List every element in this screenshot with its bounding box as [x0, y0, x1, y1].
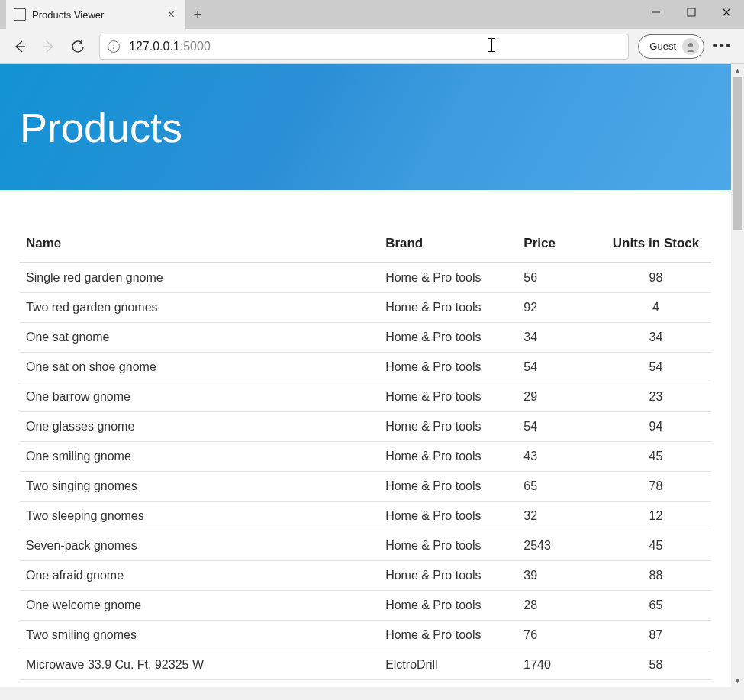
text-cursor: [491, 38, 492, 52]
url-port: :5000: [180, 40, 211, 53]
cell-brand: ElctroDrill: [379, 650, 517, 680]
url-host: 127.0.0.1: [129, 40, 180, 53]
close-window-button[interactable]: [709, 0, 744, 24]
cell-name: One smiling gnome: [20, 442, 379, 472]
cell-brand: Home & Pro tools: [379, 412, 517, 442]
cell-stock: 54: [601, 353, 711, 382]
cell-price: 43: [517, 442, 601, 472]
cell-stock: 87: [601, 621, 711, 650]
col-name: Name: [20, 228, 379, 263]
products-table: Name Brand Price Units in Stock Single r…: [20, 228, 711, 680]
minimize-button[interactable]: [639, 0, 674, 24]
cell-brand: Home & Pro tools: [379, 382, 517, 412]
cell-price: 54: [517, 412, 601, 442]
cell-name: Single red garden gnome: [20, 263, 379, 293]
cell-price: 28: [517, 591, 601, 621]
cell-name: One welcome gnome: [20, 591, 379, 621]
scroll-corner: [731, 687, 744, 700]
cell-name: One barrow gnome: [20, 382, 379, 412]
browser-tab[interactable]: Products Viewer ×: [6, 0, 185, 29]
cell-stock: 12: [601, 502, 711, 531]
cell-price: 29: [517, 382, 601, 412]
page-hero: Products: [0, 64, 731, 190]
site-info-icon[interactable]: i: [108, 40, 120, 53]
col-stock: Units in Stock: [601, 228, 711, 263]
window-controls: [639, 0, 744, 24]
maximize-button[interactable]: [674, 0, 709, 24]
table-header-row: Name Brand Price Units in Stock: [20, 228, 711, 263]
close-tab-icon[interactable]: ×: [165, 8, 178, 21]
cell-name: One sat gnome: [20, 323, 379, 353]
table-row: One afraid gnomeHome & Pro tools3988: [20, 561, 711, 591]
cell-brand: Home & Pro tools: [379, 323, 517, 353]
cell-stock: 4: [601, 293, 711, 323]
scroll-up-arrow[interactable]: ▲: [731, 64, 744, 77]
table-row: Two singing gnomesHome & Pro tools6578: [20, 472, 711, 502]
svg-rect-1: [688, 8, 695, 16]
cell-price: 92: [517, 293, 601, 323]
cell-price: 56: [517, 263, 601, 293]
refresh-button[interactable]: [66, 34, 90, 59]
cell-price: 32: [517, 502, 601, 531]
table-container: Name Brand Price Units in Stock Single r…: [0, 190, 731, 680]
cell-brand: Home & Pro tools: [379, 591, 517, 621]
window-titlebar: Products Viewer × +: [0, 0, 744, 29]
cell-price: 39: [517, 561, 601, 591]
address-bar[interactable]: i 127.0.0.1:5000: [99, 34, 629, 60]
table-row: One welcome gnomeHome & Pro tools2865: [20, 591, 711, 621]
url-text: 127.0.0.1:5000: [129, 40, 211, 53]
cell-price: 65: [517, 472, 601, 502]
cell-name: One glasses gnome: [20, 412, 379, 442]
cell-stock: 94: [601, 412, 711, 442]
table-row: One barrow gnomeHome & Pro tools2923: [20, 382, 711, 412]
table-row: One sat on shoe gnomeHome & Pro tools545…: [20, 353, 711, 382]
browser-toolbar: i 127.0.0.1:5000 Guest •••: [0, 29, 744, 64]
cell-price: 76: [517, 621, 601, 650]
scroll-thumb[interactable]: [733, 77, 742, 230]
cell-stock: 45: [601, 531, 711, 561]
table-row: Two red garden gnomesHome & Pro tools924: [20, 293, 711, 323]
col-price: Price: [517, 228, 601, 263]
cell-brand: Home & Pro tools: [379, 263, 517, 293]
vertical-scrollbar[interactable]: ▲ ▼: [731, 64, 744, 687]
cell-stock: 98: [601, 263, 711, 293]
table-row: Two sleeping gnomesHome & Pro tools3212: [20, 502, 711, 531]
cell-brand: Home & Pro tools: [379, 472, 517, 502]
table-row: Single red garden gnomeHome & Pro tools5…: [20, 263, 711, 293]
more-menu-button[interactable]: •••: [709, 34, 736, 59]
cell-name: One sat on shoe gnome: [20, 353, 379, 382]
back-button[interactable]: [8, 34, 32, 59]
profile-button[interactable]: Guest: [638, 34, 704, 59]
cell-stock: 45: [601, 442, 711, 472]
cell-brand: Home & Pro tools: [379, 531, 517, 561]
page-icon: [14, 8, 26, 21]
cell-stock: 65: [601, 591, 711, 621]
cell-price: 1740: [517, 650, 601, 680]
cell-name: Two sleeping gnomes: [20, 502, 379, 531]
page-viewport: Products Name Brand Price Units in Stock…: [0, 64, 744, 700]
scroll-down-arrow[interactable]: ▼: [731, 674, 744, 687]
cell-stock: 23: [601, 382, 711, 412]
cell-stock: 58: [601, 650, 711, 680]
cell-brand: Home & Pro tools: [379, 293, 517, 323]
cell-name: Seven-pack gnomes: [20, 531, 379, 561]
forward-button[interactable]: [37, 34, 61, 59]
cell-name: Two red garden gnomes: [20, 293, 379, 323]
cell-price: 2543: [517, 531, 601, 561]
cell-name: Microwave 33.9 Cu. Ft. 92325 W: [20, 650, 379, 680]
tab-title: Products Viewer: [32, 9, 165, 21]
cell-brand: Home & Pro tools: [379, 502, 517, 531]
cell-brand: Home & Pro tools: [379, 621, 517, 650]
cell-price: 54: [517, 353, 601, 382]
horizontal-scrollbar[interactable]: [0, 687, 731, 700]
new-tab-button[interactable]: +: [185, 0, 210, 29]
svg-point-6: [688, 43, 693, 47]
cell-stock: 78: [601, 472, 711, 502]
table-row: One glasses gnomeHome & Pro tools5494: [20, 412, 711, 442]
cell-price: 34: [517, 323, 601, 353]
cell-brand: Home & Pro tools: [379, 442, 517, 472]
cell-name: Two singing gnomes: [20, 472, 379, 502]
table-row: Microwave 33.9 Cu. Ft. 92325 WElctroDril…: [20, 650, 711, 680]
cell-brand: Home & Pro tools: [379, 561, 517, 591]
table-row: One sat gnomeHome & Pro tools3434: [20, 323, 711, 353]
